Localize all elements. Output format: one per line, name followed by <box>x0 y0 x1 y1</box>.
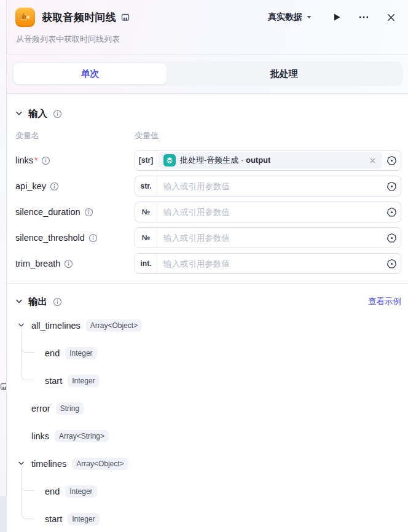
output-field-name: start <box>45 376 62 386</box>
param-name: silence_duration <box>15 207 80 217</box>
type-pill: Integer <box>65 485 96 498</box>
output-field-name: all_timelines <box>31 321 80 331</box>
chevron-down-icon[interactable] <box>15 298 23 305</box>
info-icon[interactable] <box>64 259 73 268</box>
tree-row-timelines: timelines Array<Object> <box>15 450 401 477</box>
type-pill: Integer <box>68 513 99 525</box>
column-variable-value: 变量值 <box>135 130 159 141</box>
output-field-name: end <box>45 487 60 496</box>
tab-single[interactable]: 单次 <box>14 63 167 84</box>
param-name: api_key <box>15 181 46 191</box>
more-options-button[interactable] <box>355 9 372 26</box>
panel-header: 获取音频时间线 真实数据 <box>15 6 399 28</box>
tree-group-timelines: timelines Array<Object> end Integer star… <box>15 450 401 532</box>
param-name: silence_threshold <box>15 233 85 243</box>
tree-line <box>21 479 34 491</box>
view-example-link[interactable]: 查看示例 <box>368 296 401 307</box>
reference-separator: · <box>241 155 243 165</box>
output-section-header: 输出 查看示例 <box>15 294 401 309</box>
info-icon[interactable] <box>84 208 93 217</box>
silence-duration-input[interactable] <box>157 202 382 222</box>
param-row-trim-breath: trim_breath int. <box>15 252 401 275</box>
type-pill: Integer <box>65 347 96 359</box>
output-section: 输出 查看示例 all_timelines Array<Object> <box>7 294 408 532</box>
param-name: trim_breath <box>15 259 60 268</box>
param-row-silence-threshold: silence_threshold № <box>15 227 401 249</box>
param-name-cell: silence_duration <box>15 207 135 217</box>
param-name-cell: trim_breath <box>15 259 135 268</box>
tree-line <box>21 368 34 380</box>
store-icon[interactable] <box>121 13 130 22</box>
chevron-down-icon[interactable] <box>18 322 25 329</box>
input-section: 输入 变量名 变量值 links * [str] <box>7 106 408 284</box>
type-badge: int. <box>135 254 157 273</box>
param-row-silence-duration: silence_duration № <box>15 201 401 223</box>
tree-line <box>21 340 34 353</box>
clear-value-icon[interactable] <box>368 156 377 165</box>
background-store-icon <box>0 382 6 391</box>
reference-source: 批处理-音频生成 <box>180 155 238 165</box>
panel-header-area: 获取音频时间线 真实数据 从音频列表中获取时间线列表 <box>7 0 408 94</box>
trim-breath-value-box: int. <box>135 253 401 274</box>
tree-row-all-timelines: all_timelines Array<Object> <box>15 311 401 339</box>
output-field-name: timelines <box>31 459 66 469</box>
input-section-header: 输入 <box>15 106 401 121</box>
tree-row-end: end Integer <box>15 339 401 367</box>
type-pill: Integer <box>68 375 99 387</box>
reference-selector-icon[interactable] <box>382 151 401 170</box>
type-badge: № <box>135 202 157 222</box>
type-badge: № <box>135 228 157 248</box>
reference-field: output <box>246 155 270 165</box>
type-pill: Array<Object> <box>72 458 128 470</box>
trim-breath-input[interactable] <box>157 254 382 273</box>
node-description: 从音频列表中获取时间线列表 <box>16 34 399 45</box>
api-key-value-box: str. <box>135 176 401 197</box>
batch-layers-icon <box>163 154 176 166</box>
tree-row-start: start Integer <box>15 367 401 394</box>
chevron-down-icon <box>306 14 312 20</box>
required-asterisk: * <box>34 155 37 165</box>
reference-selector-icon[interactable] <box>382 202 401 222</box>
reference-text: 批处理-音频生成 · output <box>180 155 270 166</box>
reference-selector-icon[interactable] <box>382 176 401 196</box>
close-button[interactable] <box>382 9 399 26</box>
input-columns: 变量名 变量值 <box>15 130 401 141</box>
param-name-cell: links * <box>15 155 135 165</box>
output-field-name: links <box>31 431 49 441</box>
data-mode-dropdown[interactable]: 真实数据 <box>268 12 312 23</box>
output-field-name: end <box>45 348 60 358</box>
chevron-down-icon[interactable] <box>15 110 23 117</box>
silence-threshold-value-box: № <box>135 227 401 248</box>
output-field-name: start <box>45 514 62 524</box>
type-pill: Array<Object> <box>86 319 142 332</box>
links-reference-chip[interactable]: 批处理-音频生成 · output <box>159 152 382 169</box>
tab-batch[interactable]: 批处理 <box>167 63 401 84</box>
reference-selector-icon[interactable] <box>382 228 401 248</box>
param-name-cell: silence_threshold <box>15 233 135 243</box>
input-section-title: 输入 <box>28 108 47 120</box>
run-button[interactable] <box>328 9 345 26</box>
type-badge: str. <box>135 176 157 196</box>
divider <box>7 93 408 94</box>
tree-row-links: links Array<String> <box>15 422 401 450</box>
chevron-down-icon[interactable] <box>18 460 25 467</box>
info-icon[interactable] <box>53 297 62 307</box>
divider <box>7 54 408 55</box>
info-icon[interactable] <box>50 182 59 191</box>
data-mode-label: 真实数据 <box>268 12 302 23</box>
tree-line <box>21 468 22 511</box>
info-icon[interactable] <box>53 109 62 119</box>
info-icon[interactable] <box>88 233 98 243</box>
tree-row-end: end Integer <box>15 477 401 505</box>
api-key-input[interactable] <box>157 176 382 196</box>
column-variable-name: 变量名 <box>15 130 135 141</box>
output-tree: all_timelines Array<Object> end Integer … <box>15 311 401 532</box>
tree-row-error: error String <box>15 394 401 422</box>
silence-threshold-input[interactable] <box>157 228 382 248</box>
output-field-name: error <box>31 404 50 413</box>
links-value-box: [str] 批处理-音频生成 · output <box>135 150 401 171</box>
type-pill: Array<String> <box>55 430 109 442</box>
info-icon[interactable] <box>41 156 50 165</box>
reference-selector-icon[interactable] <box>382 254 401 273</box>
param-name-cell: api_key <box>15 181 135 191</box>
